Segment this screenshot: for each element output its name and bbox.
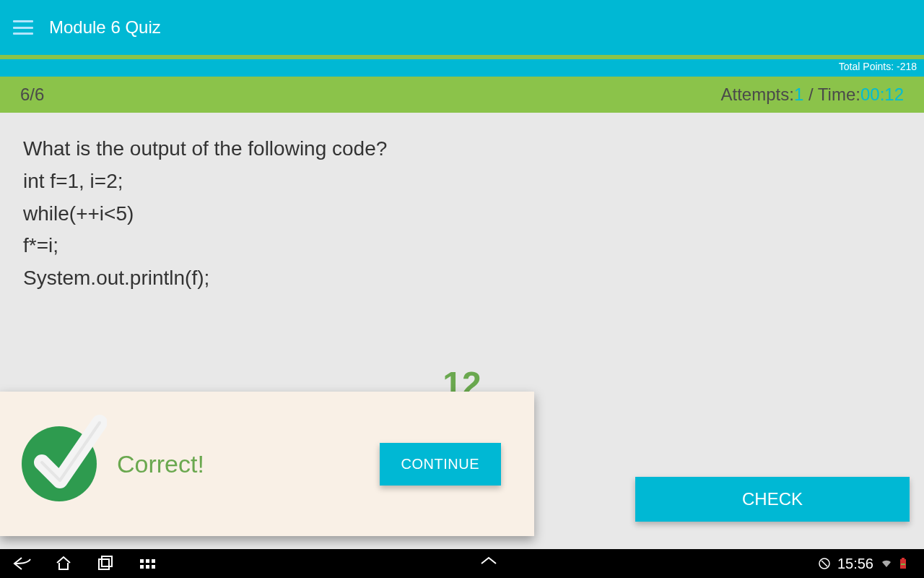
content-area: What is the output of the following code…: [0, 113, 924, 549]
back-icon[interactable]: [13, 555, 30, 572]
status-bar: 6/6 Attempts:1 / Time:00:12: [0, 77, 924, 113]
question-text: What is the output of the following code…: [23, 133, 901, 295]
app-title: Module 6 Quiz: [49, 17, 161, 38]
expand-up-icon[interactable]: [479, 555, 496, 572]
svg-rect-5: [140, 565, 144, 569]
check-button[interactable]: CHECK: [635, 477, 910, 522]
android-nav-bar: 15:56: [0, 549, 924, 578]
feedback-toast: Correct! CONTINUE: [0, 392, 534, 536]
svg-rect-1: [102, 556, 112, 566]
recent-apps-icon[interactable]: [97, 555, 114, 572]
clock-time: 15:56: [837, 556, 873, 572]
app-bar: Module 6 Quiz: [0, 0, 924, 55]
no-sim-icon: [819, 558, 830, 569]
menu-icon[interactable]: [13, 20, 33, 35]
svg-rect-11: [901, 564, 905, 565]
time-value: 00:12: [860, 85, 904, 104]
wifi-icon: [881, 558, 892, 569]
separator: /: [803, 85, 818, 104]
attempts-value: 1: [794, 85, 803, 104]
checkmark-icon: [22, 426, 97, 501]
attempts-time: Attempts:1 / Time:00:12: [721, 85, 904, 105]
total-points-label: Total Points: -218: [0, 59, 924, 77]
svg-rect-7: [152, 565, 155, 569]
attempts-label: Attempts:: [721, 85, 794, 104]
battery-icon: [899, 558, 911, 569]
svg-rect-3: [146, 559, 149, 563]
svg-rect-10: [902, 558, 905, 559]
home-icon[interactable]: [55, 555, 72, 572]
time-label: Time:: [818, 85, 860, 104]
svg-rect-2: [140, 559, 144, 563]
svg-rect-0: [99, 559, 109, 569]
svg-rect-6: [146, 565, 149, 569]
continue-button[interactable]: CONTINUE: [380, 443, 501, 486]
apps-grid-icon[interactable]: [139, 555, 156, 572]
progress-counter: 6/6: [20, 85, 44, 105]
feedback-text: Correct!: [117, 450, 359, 478]
svg-rect-4: [152, 559, 155, 563]
